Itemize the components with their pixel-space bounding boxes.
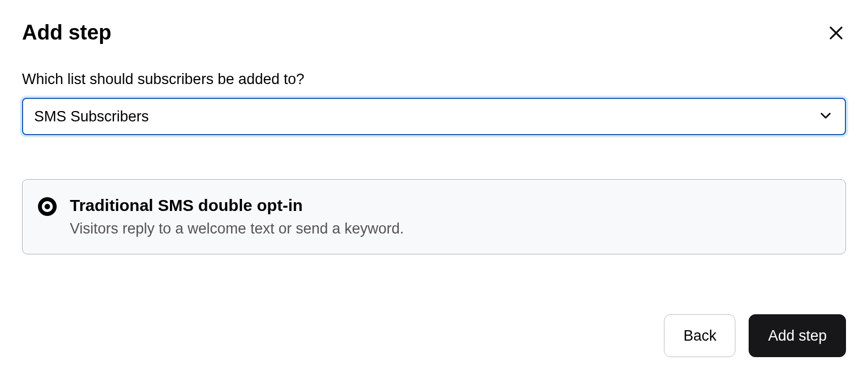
modal-header: Add step: [22, 21, 846, 45]
page-title: Add step: [22, 21, 112, 45]
close-button[interactable]: [826, 23, 846, 43]
list-select[interactable]: SMS Subscribers: [22, 98, 846, 135]
add-step-button[interactable]: Add step: [749, 314, 846, 357]
option-content: Traditional SMS double opt-in Visitors r…: [70, 196, 830, 237]
list-field-label: Which list should subscribers be added t…: [22, 71, 846, 88]
list-select-wrapper: SMS Subscribers: [22, 98, 846, 135]
optin-option-card[interactable]: Traditional SMS double opt-in Visitors r…: [22, 179, 846, 254]
list-select-value: SMS Subscribers: [34, 108, 149, 125]
radio-selected-icon: [38, 197, 57, 216]
back-button[interactable]: Back: [664, 314, 735, 357]
close-icon: [828, 25, 844, 41]
option-description: Visitors reply to a welcome text or send…: [70, 220, 830, 237]
modal-footer: Back Add step: [664, 314, 846, 357]
option-title: Traditional SMS double opt-in: [70, 196, 830, 215]
